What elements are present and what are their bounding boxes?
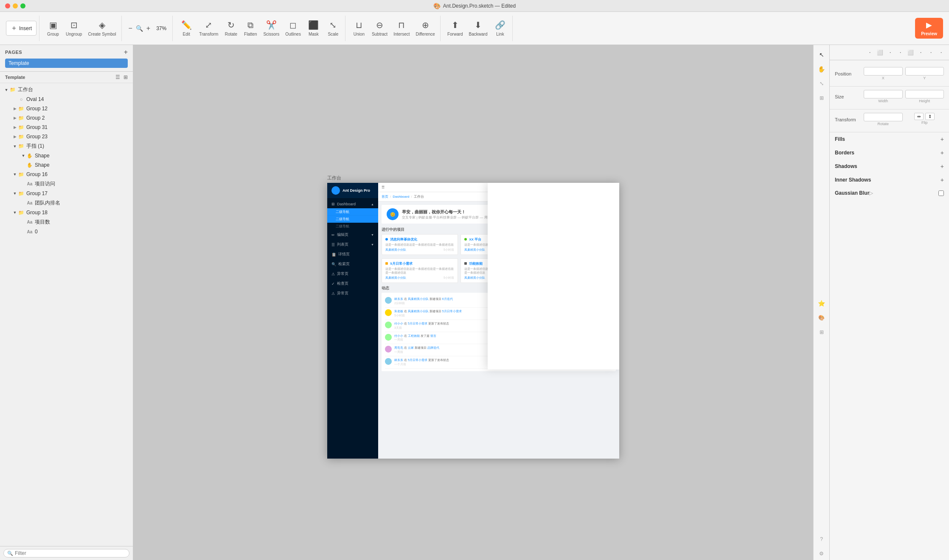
distribute-v[interactable]: ⬝ <box>936 48 946 57</box>
expand-group17[interactable]: ▼ <box>12 190 18 196</box>
gaussian-blur-toggle[interactable] <box>938 190 944 196</box>
width-input[interactable] <box>864 90 903 98</box>
tool-pointer[interactable]: ✋ <box>815 63 828 76</box>
create-symbol-button[interactable]: ◈ Create Symbol <box>85 18 118 38</box>
layer-oval14[interactable]: ○ Oval 14 <box>0 95 133 104</box>
mask-button[interactable]: ⬛ Mask <box>304 18 323 38</box>
zoom-in-button[interactable]: + <box>145 24 152 33</box>
link-button[interactable]: 🔗 Link <box>491 18 510 38</box>
layer-shape1[interactable]: ▼ ✋ Shape <box>0 151 133 160</box>
layer-text-proj[interactable]: Aa 项目访问 <box>0 179 133 189</box>
filter-input[interactable] <box>15 550 126 556</box>
layer-text-team[interactable]: Aa 团队内排名 <box>0 198 133 208</box>
backward-button[interactable]: ⬇ Backward <box>466 18 490 38</box>
sider-detail[interactable]: 📋 详情页 <box>327 249 378 259</box>
tool-help[interactable]: ? <box>815 533 828 546</box>
group-button[interactable]: ▣ Group <box>44 18 62 38</box>
sider-list[interactable]: ☰ 列表页 ▼ <box>327 240 378 249</box>
align-left[interactable]: ⬝ <box>865 48 874 57</box>
tool-star[interactable]: ⭐ <box>815 297 828 310</box>
outlines-button[interactable]: ◻ Outlines <box>283 18 303 38</box>
edit-button[interactable]: ✏️ Edit <box>177 18 196 38</box>
page-item-template[interactable]: Template <box>5 59 128 68</box>
shadows-add[interactable]: + <box>941 163 944 170</box>
align-center-h[interactable]: ⬜ <box>875 48 884 57</box>
scissors-button[interactable]: ✂️ Scissors <box>261 18 282 38</box>
sider-sub-2[interactable]: 二级导航 <box>327 216 378 223</box>
preview-button[interactable]: ▶ Preview <box>915 18 943 39</box>
layer-group16[interactable]: ▼ 📁 Group 16 <box>0 170 133 179</box>
layer-group18[interactable]: ▼ 📁 Group 18 <box>0 208 133 217</box>
layer-text-num[interactable]: Aa 项目数 <box>0 217 133 227</box>
y-input[interactable] <box>905 67 944 76</box>
insert-button[interactable]: ＋ Insert <box>6 21 36 36</box>
zoom-out-button[interactable]: − <box>127 24 134 33</box>
intersect-button[interactable]: ⊓ Intersect <box>391 18 412 38</box>
layer-shape2[interactable]: ✋ Shape <box>0 160 133 170</box>
borders-add[interactable]: + <box>941 149 944 156</box>
scale-button[interactable]: ⤡ Scale <box>324 18 343 38</box>
sider-exception[interactable]: ⚠ 异常页 <box>327 269 378 279</box>
expand-group18[interactable]: ▼ <box>12 210 18 216</box>
tool-grid[interactable]: ⊞ <box>815 92 828 104</box>
tool-settings[interactable]: ⚙ <box>815 547 828 560</box>
expand-group2[interactable]: ▶ <box>12 115 18 121</box>
project-card-1[interactable]: 消息利率幂体优化 这是一条描述信息这是一条描述信息是一条描述信息 凤巢精英小分队… <box>382 234 458 255</box>
add-page-button[interactable]: + <box>124 48 128 56</box>
x-input[interactable] <box>864 67 903 76</box>
expand-shape1[interactable]: ▼ <box>20 153 26 159</box>
subtract-button[interactable]: ⊖ Subtract <box>369 18 390 38</box>
expand-finger1[interactable]: ▼ <box>12 143 18 149</box>
flip-h-button[interactable]: ⇔ <box>914 113 924 120</box>
sider-editor[interactable]: ✏ 编辑页 ▼ <box>327 230 378 240</box>
breadcrumb-home[interactable]: 首页 <box>382 194 388 199</box>
expand-group12[interactable]: ▶ <box>12 106 18 112</box>
rotate-input[interactable] <box>864 113 903 121</box>
layer-workbench[interactable]: ▼ 📁 工作台 <box>0 85 133 95</box>
forward-button[interactable]: ⬆ Forward <box>445 18 466 38</box>
layer-group23[interactable]: ▶ 📁 Group 23 <box>0 132 133 141</box>
inner-shadows-add[interactable]: + <box>941 176 944 183</box>
gaussian-blur-header[interactable]: Gaussian Blur ▷ <box>830 187 949 199</box>
fills-add[interactable]: + <box>941 136 944 143</box>
expand-group23[interactable]: ▶ <box>12 134 18 140</box>
shadows-header[interactable]: Shadows + <box>830 160 949 173</box>
tool-palette[interactable]: 🎨 <box>815 311 828 324</box>
minimize-button[interactable] <box>13 3 18 8</box>
borders-header[interactable]: Borders + <box>830 146 949 160</box>
layer-group17[interactable]: ▼ 📁 Group 17 <box>0 189 133 198</box>
inner-shadows-header[interactable]: Inner Shadows + <box>830 173 949 187</box>
align-center-v[interactable]: ⬜ <box>906 48 915 57</box>
project-card-4[interactable]: 5月日常小需求 这是一条描述信息这是一条描述信息是一条描述信息是一条描述信息 凤… <box>382 258 458 283</box>
layers-grid-view[interactable]: ⊞ <box>124 74 128 80</box>
tool-cursor[interactable]: ↖ <box>815 48 828 61</box>
transform-button[interactable]: ⤢ Transform <box>197 18 221 38</box>
flip-v-button[interactable]: ⇕ <box>925 113 935 120</box>
height-input[interactable] <box>905 90 944 98</box>
align-bottom[interactable]: ⬝ <box>916 48 925 57</box>
expand-group16[interactable]: ▼ <box>12 171 18 177</box>
zoom-value[interactable]: 37% <box>154 25 169 31</box>
sider-exception2[interactable]: ⚠ 异常页 <box>327 288 378 298</box>
distribute-h[interactable]: ⬝ <box>926 48 935 57</box>
sider-dashboard[interactable]: ⊞ Dashboard ▲ <box>327 200 378 208</box>
fills-header[interactable]: Fills + <box>830 132 949 146</box>
expand-workbench[interactable]: ▼ <box>3 87 9 93</box>
expand-group31[interactable]: ▶ <box>12 124 18 130</box>
sider-query[interactable]: 🔍 检索页 <box>327 259 378 269</box>
layers-list-view[interactable]: ☰ <box>115 74 120 80</box>
flatten-button[interactable]: ⧉ Flatten <box>241 19 260 38</box>
tool-scale2[interactable]: ⤡ <box>815 77 828 90</box>
maximize-button[interactable] <box>20 3 25 8</box>
align-top[interactable]: ⬝ <box>896 48 905 57</box>
sider-sub-3[interactable]: 二级导航 <box>327 223 378 230</box>
tool-table[interactable]: ⊞ <box>815 326 828 339</box>
close-button[interactable] <box>5 3 10 8</box>
layer-finger1[interactable]: ▼ 📁 手指 (1) <box>0 141 133 151</box>
layer-group12[interactable]: ▶ 📁 Group 12 <box>0 104 133 113</box>
layer-group31[interactable]: ▶ 📁 Group 31 <box>0 123 133 132</box>
breadcrumb-dashboard[interactable]: Dashboard <box>393 195 409 199</box>
ungroup-button[interactable]: ⊡ Ungroup <box>63 18 84 38</box>
union-button[interactable]: ⊔ Union <box>350 18 368 38</box>
rotate-button[interactable]: ↻ Rotate <box>222 18 240 38</box>
